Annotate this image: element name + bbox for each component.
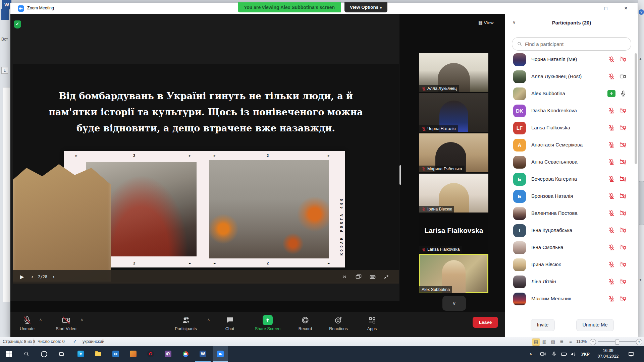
reading-view-icon[interactable]: ▥ — [541, 339, 548, 345]
start-button[interactable] — [1, 346, 17, 362]
video-options-caret[interactable]: ∧ — [80, 317, 83, 322]
video-thumbnail[interactable]: Larisa Fialkovska Larisa Fialkovska — [419, 214, 488, 253]
participant-row[interactable]: Alex Subbotina — [505, 87, 638, 102]
tray-volume-icon[interactable] — [570, 346, 577, 362]
zoom-out-button[interactable]: − — [590, 339, 596, 345]
video-thumbnail[interactable]: Марина Рябенька — [419, 133, 488, 172]
video-thumbnail[interactable]: Ірина Вівсюк — [419, 174, 488, 213]
leave-button[interactable]: Leave — [473, 317, 498, 328]
video-thumbnail[interactable]: Чорна Наталія — [419, 93, 488, 132]
office-app-button[interactable] — [125, 346, 141, 362]
minimize-button[interactable]: — — [578, 3, 593, 14]
reactions-button[interactable]: Reactions — [324, 315, 353, 331]
record-button[interactable]: Record — [291, 315, 319, 331]
mic-on-icon — [620, 90, 627, 97]
close-button[interactable]: × — [619, 3, 633, 14]
participant-row[interactable]: Анна Севастьянова — [505, 156, 638, 171]
previous-slide-button[interactable]: ‹ — [32, 274, 34, 280]
tray-camera-icon[interactable] — [540, 346, 546, 362]
invite-button[interactable]: Invite — [531, 319, 555, 331]
participants-scrollbar[interactable] — [635, 53, 637, 164]
avatar — [513, 258, 526, 271]
view-options-dropdown[interactable]: View Options ∨ — [344, 2, 387, 12]
spellcheck-icon[interactable]: ✓ — [73, 337, 76, 346]
mail-button[interactable]: ✉ — [108, 346, 123, 362]
participants-options-caret[interactable]: ∧ — [207, 317, 210, 322]
picture-in-picture-icon[interactable] — [355, 274, 362, 280]
word-icon: W — [200, 351, 206, 357]
task-view-button[interactable] — [54, 346, 69, 362]
participants-button[interactable]: 20 Participants — [172, 315, 200, 331]
cortana-button[interactable] — [36, 346, 52, 362]
taskbar-search-button[interactable] — [19, 346, 34, 362]
participant-row[interactable]: I Інна Куцолабська — [505, 224, 638, 239]
exit-fullscreen-icon[interactable] — [383, 274, 389, 280]
tray-battery-icon[interactable] — [561, 346, 568, 362]
word-scroll-down-icon[interactable]: ▼ — [639, 278, 643, 282]
audio-options-caret[interactable]: ∧ — [39, 317, 42, 322]
unmute-button[interactable]: Unmute — [13, 315, 41, 331]
panel-resize-handle[interactable] — [399, 165, 401, 185]
participant-row[interactable]: Чорна Наталія (Me) — [505, 53, 638, 68]
participant-row[interactable]: LF Larisa Fialkovska — [505, 122, 638, 136]
play-button[interactable]: ▶ — [20, 274, 24, 280]
word-ruler-fragment: L — [1, 67, 8, 74]
share-screen-icon — [263, 315, 273, 325]
keyboard-shortcuts-icon[interactable] — [369, 274, 376, 280]
zoom-in-button[interactable]: + — [636, 339, 642, 345]
word-help-icon[interactable]: ? — [639, 9, 644, 15]
language-indicator[interactable]: украинский — [83, 337, 104, 346]
participant-row[interactable]: Б Бочерова Катерина — [505, 173, 638, 188]
maximize-button[interactable]: □ — [598, 3, 613, 14]
word-scroll-thumb[interactable] — [639, 181, 644, 225]
search-icon — [517, 41, 522, 47]
participant-row[interactable]: Інна Смольна — [505, 241, 638, 256]
video-off-icon — [619, 107, 627, 114]
participant-row[interactable]: A Анастасія Семерікова — [505, 139, 638, 154]
apps-button[interactable]: Apps — [358, 315, 386, 331]
opera-button[interactable]: O — [143, 346, 158, 362]
zoom-taskbar-button[interactable] — [213, 346, 228, 362]
clock[interactable]: 16:39 07.04.2022 — [594, 348, 622, 359]
view-button[interactable]: ▦ View — [478, 19, 494, 27]
video-thumbnail-active-speaker[interactable]: Alex Subbotina — [419, 254, 488, 293]
participant-row[interactable]: Б Бронзова Наталія — [505, 190, 638, 205]
page-indicator[interactable]: Страница: 8 из 8 — [3, 337, 35, 346]
print-layout-view-icon[interactable]: ▤ — [532, 339, 540, 346]
participant-row[interactable]: Ірина Вівсюк — [505, 258, 638, 273]
participant-row[interactable]: Максим Мельник — [505, 293, 638, 307]
outline-view-icon[interactable]: ≣ — [558, 339, 566, 345]
draft-view-icon[interactable]: ≡ — [567, 339, 574, 345]
viber-button[interactable]: ✆ — [160, 346, 176, 362]
zoom-level[interactable]: 110% — [576, 337, 587, 346]
participant-search-input[interactable]: Find a participant — [512, 37, 631, 51]
word-count[interactable]: Число слов: 0 — [38, 337, 65, 346]
title-bar[interactable]: Zoom Meeting — □ × You are viewing Alex … — [10, 3, 638, 14]
zoom-slider-knob[interactable] — [615, 340, 619, 345]
participant-row[interactable]: DK Dasha Kondrenkova — [505, 105, 638, 119]
broadcast-audio-icon[interactable] — [341, 274, 348, 280]
word-scroll-up-icon[interactable]: ▲ — [639, 57, 643, 61]
edge-button[interactable]: e — [73, 346, 89, 362]
action-center-icon[interactable] — [628, 346, 634, 362]
language-switcher[interactable]: УКР — [581, 346, 590, 362]
chrome-button[interactable] — [178, 346, 193, 362]
hidden-icons-chevron[interactable]: ∧ — [529, 346, 532, 362]
participant-row[interactable]: Ліна Літвін — [505, 276, 638, 290]
word-button[interactable]: W — [195, 346, 211, 362]
file-explorer-button[interactable] — [91, 346, 106, 362]
web-layout-view-icon[interactable]: ▧ — [549, 339, 557, 345]
tray-mic-icon[interactable] — [551, 346, 557, 362]
participant-row[interactable]: Алла Лукьянец (Host) — [505, 70, 638, 85]
video-thumbnail[interactable]: Алла Лукьянец — [419, 53, 488, 92]
participant-row[interactable]: Валентина Постова — [505, 207, 638, 222]
share-screen-button[interactable]: Share Screen — [254, 315, 282, 331]
encryption-shield-icon[interactable]: ✓ — [14, 20, 21, 28]
start-video-button[interactable]: Start Video — [52, 315, 80, 331]
shared-screen-area: ✓ ▦ View Від бомбардувань в Україні гину… — [10, 14, 505, 337]
unmute-me-button[interactable]: Unmute Me — [576, 319, 614, 331]
chat-button[interactable]: Chat — [216, 315, 244, 331]
more-thumbnails-button[interactable]: ∨ — [442, 296, 466, 311]
avatar — [513, 53, 526, 66]
next-slide-button[interactable]: › — [53, 274, 55, 280]
